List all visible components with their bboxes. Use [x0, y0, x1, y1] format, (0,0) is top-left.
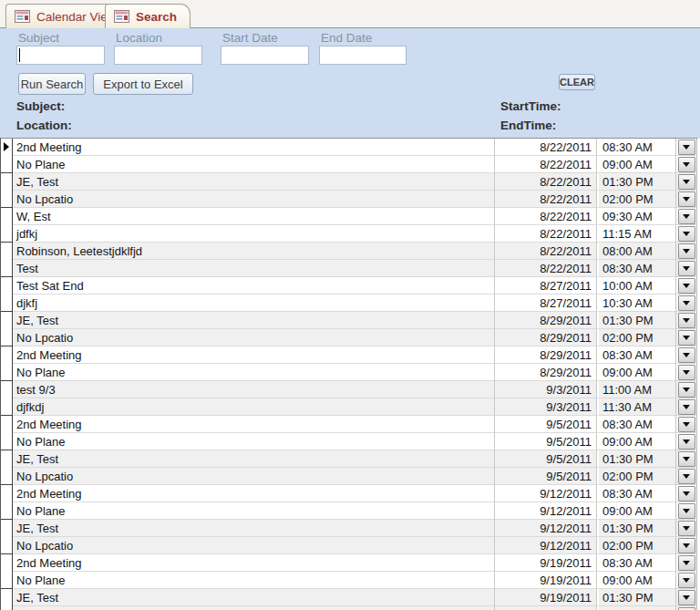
tab-search[interactable]: Search	[105, 4, 190, 28]
date-cell[interactable]: 9/5/2011	[494, 416, 597, 433]
date-cell[interactable]: 9/5/2011	[494, 433, 597, 450]
date-cell[interactable]: 9/12/2011	[494, 502, 597, 520]
record-selector[interactable]	[1, 277, 13, 295]
time-dropdown-button[interactable]	[678, 347, 695, 363]
time-cell[interactable]: 09:00 AM	[599, 433, 676, 450]
time-cell[interactable]: 08:30 AM	[599, 139, 676, 156]
date-cell[interactable]: 9/3/2011	[494, 398, 597, 416]
record-selector[interactable]	[1, 139, 13, 156]
time-dropdown-button[interactable]	[678, 573, 695, 588]
record-selector[interactable]	[1, 450, 13, 468]
time-cell[interactable]: 01:30 PM	[599, 450, 676, 468]
time-dropdown-button[interactable]	[678, 140, 695, 155]
time-cell[interactable]: 02:00 PM	[599, 329, 676, 346]
record-selector[interactable]	[1, 381, 13, 398]
time-cell[interactable]: 11:15 AM	[599, 225, 676, 243]
subject-cell[interactable]: No Lpcatio	[13, 606, 494, 610]
date-cell[interactable]: 8/22/2011	[494, 260, 597, 277]
time-cell[interactable]: 09:00 AM	[599, 364, 676, 381]
record-selector[interactable]	[1, 433, 13, 450]
time-dropdown-button[interactable]	[678, 261, 695, 276]
time-cell[interactable]: 02:00 PM	[599, 606, 676, 610]
date-cell[interactable]: 9/5/2011	[494, 468, 597, 485]
record-selector[interactable]	[1, 606, 13, 610]
date-cell[interactable]: 8/22/2011	[494, 156, 597, 173]
subject-cell[interactable]: No Lpcatio	[13, 537, 494, 554]
record-selector[interactable]	[1, 468, 13, 485]
time-cell[interactable]: 08:30 AM	[599, 260, 676, 277]
subject-cell[interactable]: test 9/3	[13, 381, 494, 398]
time-cell[interactable]: 08:30 AM	[599, 554, 676, 572]
record-selector[interactable]	[1, 208, 13, 225]
time-dropdown-button[interactable]	[678, 295, 695, 311]
subject-cell[interactable]: Test	[13, 260, 494, 277]
time-cell[interactable]: 01:30 PM	[599, 173, 676, 191]
time-cell[interactable]: 01:30 PM	[599, 312, 676, 329]
time-dropdown-button[interactable]	[678, 521, 695, 536]
date-cell[interactable]: 9/19/2011	[494, 589, 597, 606]
record-selector[interactable]	[1, 554, 13, 572]
record-selector[interactable]	[1, 589, 13, 606]
record-selector[interactable]	[1, 346, 13, 364]
time-dropdown-button[interactable]	[678, 555, 695, 571]
end-date-input[interactable]	[319, 46, 407, 65]
date-cell[interactable]: 9/3/2011	[494, 381, 597, 398]
subject-cell[interactable]: No Plane	[13, 502, 494, 520]
start-date-input[interactable]	[221, 46, 309, 65]
time-cell[interactable]: 08:30 AM	[599, 485, 676, 502]
date-cell[interactable]: 8/29/2011	[494, 312, 597, 329]
record-selector[interactable]	[1, 416, 13, 433]
time-dropdown-button[interactable]	[678, 330, 695, 346]
time-dropdown-button[interactable]	[678, 399, 695, 415]
subject-cell[interactable]: Robinson, Leetestjdklfjd	[13, 243, 494, 260]
subject-cell[interactable]: 2nd Meeting	[13, 554, 494, 572]
time-dropdown-button[interactable]	[678, 313, 695, 328]
time-cell[interactable]: 09:00 AM	[599, 502, 676, 520]
subject-cell[interactable]: JE, Test	[13, 520, 494, 537]
time-dropdown-button[interactable]	[678, 365, 695, 380]
record-selector[interactable]	[1, 520, 13, 537]
date-cell[interactable]: 8/22/2011	[494, 243, 597, 260]
time-dropdown-button[interactable]	[678, 209, 695, 224]
date-cell[interactable]: 9/19/2011	[494, 606, 597, 610]
subject-cell[interactable]: JE, Test	[13, 450, 494, 468]
record-selector[interactable]	[1, 502, 13, 520]
date-cell[interactable]: 8/22/2011	[494, 191, 597, 208]
time-cell[interactable]: 09:30 AM	[599, 208, 676, 225]
subject-cell[interactable]: jdfkj	[13, 225, 494, 243]
time-cell[interactable]: 11:30 AM	[599, 398, 676, 416]
record-selector[interactable]	[1, 537, 13, 554]
date-cell[interactable]: 8/22/2011	[494, 139, 597, 156]
date-cell[interactable]: 9/5/2011	[494, 450, 597, 468]
subject-cell[interactable]: djfkdj	[13, 398, 494, 416]
record-selector[interactable]	[1, 329, 13, 346]
date-cell[interactable]: 8/29/2011	[494, 364, 597, 381]
subject-cell[interactable]: 2nd Meeting	[13, 416, 494, 433]
time-cell[interactable]: 01:30 PM	[599, 520, 676, 537]
record-selector[interactable]	[1, 485, 13, 502]
time-cell[interactable]: 10:00 AM	[599, 277, 676, 295]
date-cell[interactable]: 9/19/2011	[494, 572, 597, 589]
time-dropdown-button[interactable]	[678, 278, 695, 294]
time-dropdown-button[interactable]	[678, 434, 695, 450]
time-dropdown-button[interactable]	[678, 538, 695, 553]
record-selector[interactable]	[1, 260, 13, 277]
time-dropdown-button[interactable]	[678, 226, 695, 242]
location-input[interactable]	[114, 46, 202, 65]
time-dropdown-button[interactable]	[678, 469, 695, 484]
subject-cell[interactable]: JE, Test	[13, 173, 494, 191]
date-cell[interactable]: 9/12/2011	[494, 520, 597, 537]
date-cell[interactable]: 8/29/2011	[494, 346, 597, 364]
subject-cell[interactable]: 2nd Meeting	[13, 346, 494, 364]
date-cell[interactable]: 9/12/2011	[494, 485, 597, 502]
time-cell[interactable]: 01:30 PM	[599, 589, 676, 606]
time-cell[interactable]: 11:00 AM	[599, 381, 676, 398]
time-dropdown-button[interactable]	[678, 486, 695, 501]
record-selector[interactable]	[1, 191, 13, 208]
subject-cell[interactable]: No Plane	[13, 433, 494, 450]
time-cell[interactable]: 02:00 PM	[599, 468, 676, 485]
subject-cell[interactable]: No Plane	[13, 156, 494, 173]
record-selector[interactable]	[1, 364, 13, 381]
subject-cell[interactable]: No Plane	[13, 572, 494, 589]
subject-cell[interactable]: W, Est	[13, 208, 494, 225]
